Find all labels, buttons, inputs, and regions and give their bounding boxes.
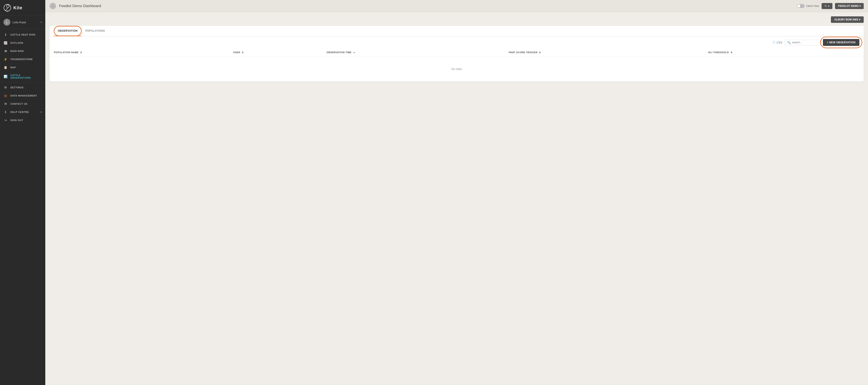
help-icon: ℹ: [3, 110, 8, 114]
col-population-name[interactable]: POPULATION NAME ⇅: [50, 48, 229, 57]
avatar: L: [3, 19, 10, 26]
sidebar-item-rain-risk[interactable]: 🌧 RAIN RISK: [0, 47, 45, 55]
data-management-icon: 💼: [3, 94, 8, 97]
data-table: POPULATION NAME ⇅ USER ⇅ OBSERVATION TIM…: [50, 48, 864, 81]
main-content: ‹ Feedlot Demo Dashboard Client View ↻ ▾…: [45, 0, 868, 385]
location-button[interactable]: ALBURY BOM AWS ▾: [831, 16, 864, 23]
location-bar: ALBURY BOM AWS ▾: [50, 16, 864, 23]
search-input[interactable]: [792, 41, 818, 44]
toggle-switch[interactable]: [797, 4, 805, 8]
new-observation-wrap: + NEW OBSERVATION: [823, 39, 859, 46]
rain-icon: 🌧: [3, 49, 8, 53]
sidebar-nav: 🌡 CATTLE HEAT RISK 📈 OUTLOOK 🌧 RAIN RISK…: [0, 29, 45, 385]
csv-file-icon: 📄: [772, 41, 775, 44]
sidebar-label-rap: RAP: [10, 66, 16, 69]
location-label: ALBURY BOM AWS ▾: [834, 18, 860, 21]
contact-icon: ✉: [3, 102, 8, 106]
feedlot-demo-button[interactable]: FEEDLOT DEMO ▾: [835, 3, 864, 9]
topbar-right: Client View ↻ ▾ FEEDLOT DEMO ▾: [797, 3, 864, 9]
sidebar-label-contact-us: CONTACT US: [10, 103, 27, 105]
page-title: Feedlot Demo Dashboard: [59, 4, 797, 8]
csv-button[interactable]: 📄 CSV: [772, 41, 782, 44]
table-header: POPULATION NAME ⇅ USER ⇅ OBSERVATION TIM…: [50, 48, 864, 57]
sidebar-item-cattle-observations[interactable]: 📊 CATTLE OBSERVATIONS: [0, 72, 45, 81]
settings-icon: ⚙: [3, 86, 8, 89]
user-chevron-icon: ▾: [40, 21, 42, 24]
kite-logo-icon: [3, 4, 11, 12]
table-card: OBSERVATION POPULATIONS 📄 CSV 🔍: [50, 26, 864, 81]
col-hli-threshold[interactable]: HLI THRESHOLD ⇅: [704, 48, 864, 57]
search-box[interactable]: 🔍: [785, 40, 820, 45]
sort-icon-user: ⇅: [242, 51, 244, 54]
sidebar-item-thunderstorm[interactable]: ⚡ THUNDERSTORM: [0, 55, 45, 63]
sidebar-item-sign-out[interactable]: ↪ SIGN OUT: [0, 116, 45, 124]
sidebar-item-help-centre[interactable]: ℹ HELP CENTRE ▾: [0, 108, 45, 116]
client-view-label: Client View: [806, 4, 819, 7]
col-pant-score-trigger[interactable]: PANT SCORE TRIGGER ⇅: [504, 48, 704, 57]
sidebar-label-cattle-heat-risk: CATTLE HEAT RISK: [10, 33, 36, 36]
thermometer-icon: 🌡: [3, 33, 8, 36]
col-user[interactable]: USER ⇅: [229, 48, 322, 57]
tabs-row: OBSERVATION POPULATIONS: [50, 26, 864, 36]
sidebar-label-help-centre: HELP CENTRE: [10, 111, 29, 113]
logo-text: Kite: [13, 5, 23, 10]
sidebar-item-cattle-heat-risk[interactable]: 🌡 CATTLE HEAT RISK: [0, 31, 45, 39]
toolbar: 📄 CSV 🔍 + NEW OBSERVATION: [50, 36, 864, 48]
thunderstorm-icon: ⚡: [3, 58, 8, 61]
sidebar: Kite L Leila Raad ▾ 🌡 CATTLE HEAT RISK 📈…: [0, 0, 45, 385]
sidebar-label-data-management: DATA MANAGEMENT: [10, 94, 37, 97]
refresh-button[interactable]: ↻ ▾: [822, 3, 832, 9]
cattle-observations-icon: 📊: [3, 75, 8, 78]
sidebar-item-settings[interactable]: ⚙ SETTINGS: [0, 83, 45, 92]
sort-icon-pant-score: ⇅: [539, 51, 541, 54]
csv-label: CSV: [777, 41, 782, 44]
tab-populations[interactable]: POPULATIONS: [82, 26, 109, 36]
sidebar-item-contact-us[interactable]: ✉ CONTACT US: [0, 100, 45, 108]
tab-observation[interactable]: OBSERVATION: [54, 26, 82, 36]
user-name: Leila Raad: [12, 21, 40, 24]
rap-icon: 📋: [3, 66, 8, 69]
content-area: ALBURY BOM AWS ▾ OBSERVATION POPULATIONS: [45, 12, 868, 385]
tab-observation-wrap: OBSERVATION: [54, 26, 82, 36]
sidebar-label-sign-out: SIGN OUT: [10, 119, 23, 121]
sidebar-item-rap[interactable]: 📋 RAP: [0, 63, 45, 72]
sort-icon-observation-time: ▼: [353, 51, 355, 54]
refresh-chevron-icon: ▾: [828, 4, 829, 7]
sidebar-item-outlook[interactable]: 📈 OUTLOOK: [0, 39, 45, 47]
client-view-toggle[interactable]: Client View: [797, 4, 819, 8]
user-row[interactable]: L Leila Raad ▾: [0, 16, 45, 29]
feedlot-demo-label: FEEDLOT DEMO ▾: [838, 4, 861, 7]
sort-icon-hli-threshold: ⇅: [731, 51, 733, 54]
new-observation-button[interactable]: + NEW OBSERVATION: [823, 39, 859, 46]
sidebar-label-rain-risk: RAIN RISK: [10, 50, 24, 53]
help-chevron-icon: ▾: [40, 111, 42, 113]
sidebar-logo: Kite: [0, 0, 45, 16]
search-icon: 🔍: [787, 41, 791, 44]
sidebar-label-settings: SETTINGS: [10, 86, 24, 89]
sidebar-item-data-management[interactable]: 💼 DATA MANAGEMENT: [0, 92, 45, 100]
outlook-icon: 📈: [3, 41, 8, 45]
table-body: No data: [50, 57, 864, 82]
sidebar-label-outlook: OUTLOOK: [10, 42, 24, 44]
refresh-icon: ↻: [825, 4, 827, 7]
no-data-label: No data: [451, 67, 462, 71]
topbar: ‹ Feedlot Demo Dashboard Client View ↻ ▾…: [45, 0, 868, 12]
sidebar-label-cattle-observations: CATTLE OBSERVATIONS: [10, 74, 42, 79]
sidebar-label-thunderstorm: THUNDERSTORM: [10, 58, 33, 61]
sort-icon-population-name: ⇅: [80, 51, 82, 54]
back-button[interactable]: ‹: [50, 3, 56, 9]
new-observation-label: + NEW OBSERVATION: [827, 41, 856, 44]
no-data-row: No data: [50, 57, 864, 82]
sign-out-icon: ↪: [3, 118, 8, 122]
col-observation-time[interactable]: OBSERVATION TIME ▼: [322, 48, 504, 57]
